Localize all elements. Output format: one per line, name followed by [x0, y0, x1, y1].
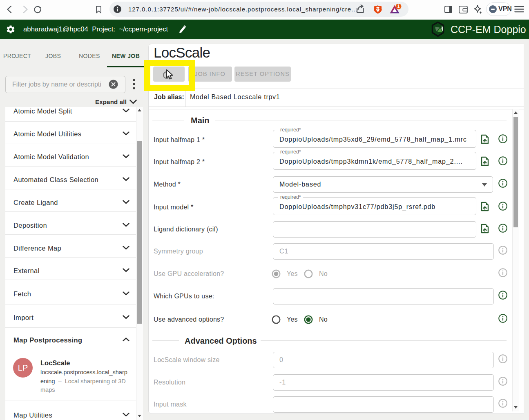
svg-text:1: 1 — [397, 4, 400, 9]
